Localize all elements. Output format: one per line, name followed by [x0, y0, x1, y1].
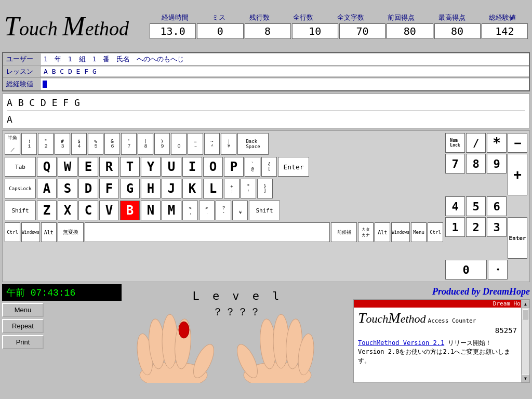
key-w[interactable]: W [58, 157, 77, 177]
key-alt-left[interactable]: Alt [41, 222, 57, 242]
label-total-chars: 全文字数 [337, 13, 364, 22]
scroll-up-button[interactable]: ▲ [522, 300, 529, 308]
key-8[interactable]: (８ [138, 133, 153, 155]
key-menu[interactable]: Menu [411, 222, 427, 242]
key-t[interactable]: T [120, 157, 140, 177]
key-num-plus[interactable]: + [508, 154, 527, 195]
key-num-6[interactable]: 6 [487, 196, 507, 216]
key-a[interactable]: A [37, 179, 57, 198]
key-r[interactable]: R [99, 157, 119, 177]
key-d[interactable]: D [78, 179, 98, 198]
version-link[interactable]: TouchMethod Version 2.1 [358, 339, 444, 347]
key-ctrl-left[interactable]: Ctrl [5, 222, 20, 242]
menu-button[interactable]: Menu [2, 303, 44, 317]
key-z[interactable]: Z [37, 201, 57, 220]
key-katakana[interactable]: カタカナ [358, 222, 374, 242]
key-2[interactable]: "２ [38, 133, 54, 155]
key-windows-right[interactable]: Windows [391, 222, 410, 242]
numpad-section: NumLock / * － 7 8 9 + 4 5 6 1 2 3 [445, 133, 527, 280]
key-s[interactable]: S [58, 179, 77, 198]
scrollbar[interactable]: ▲ ▼ [521, 300, 529, 382]
key-numlock[interactable]: NumLock [445, 133, 465, 153]
key-n[interactable]: N [141, 201, 161, 220]
key-f[interactable]: F [99, 179, 119, 198]
key-o[interactable]: O [203, 157, 223, 177]
key-4[interactable]: $４ [71, 133, 87, 155]
key-num-minus[interactable]: － [508, 133, 527, 153]
key-muhenkan[interactable]: 無変換 [58, 222, 84, 242]
key-colon[interactable]: *： [241, 179, 256, 198]
key-num-enter[interactable]: Enter [508, 217, 527, 259]
key-num-star[interactable]: * [487, 133, 507, 153]
key-comma[interactable]: <， [182, 201, 198, 220]
key-x[interactable]: X [58, 201, 77, 220]
key-num-4[interactable]: 4 [445, 196, 465, 216]
key-minus[interactable]: =－ [188, 133, 203, 155]
key-g[interactable]: G [120, 179, 140, 198]
key-i[interactable]: I [182, 157, 202, 177]
key-maekouho[interactable]: 前候補 [331, 222, 357, 242]
stat-prev-score: 80 [387, 23, 433, 39]
logo-ouch: ouch [19, 18, 62, 39]
key-hankaku[interactable]: 半角／ [5, 133, 20, 155]
key-tab[interactable]: Tab [5, 157, 36, 177]
key-3[interactable]: #３ [55, 133, 70, 155]
key-p[interactable]: P [224, 157, 244, 177]
key-u[interactable]: U [162, 157, 181, 177]
key-num-0[interactable]: 0 [445, 260, 487, 280]
key-shift-left[interactable]: Shift [5, 201, 36, 220]
key-m[interactable]: M [162, 201, 181, 220]
print-button[interactable]: Print [2, 335, 44, 349]
repeat-button[interactable]: Repeat [2, 319, 44, 333]
key-caret[interactable]: ~＾ [204, 133, 220, 155]
key-enter[interactable]: Enter [278, 157, 309, 177]
key-1[interactable]: ！１ [21, 133, 37, 155]
key-j[interactable]: J [162, 179, 181, 198]
text-display-area: A B C D E F G A [2, 94, 530, 128]
key-y[interactable]: Y [141, 157, 161, 177]
scroll-thumb[interactable] [523, 309, 528, 320]
key-k[interactable]: K [182, 179, 202, 198]
key-windows-left[interactable]: Windows [21, 222, 40, 242]
key-5[interactable]: %５ [88, 133, 103, 155]
key-bracket-close[interactable]: }] [257, 179, 273, 198]
key-backspace[interactable]: BackSpace [237, 133, 269, 155]
key-capslock[interactable]: CapsLock [5, 179, 36, 198]
key-num-5[interactable]: 5 [466, 196, 486, 216]
key-num-slash[interactable]: / [466, 133, 486, 153]
key-slash[interactable]: ？・ [216, 201, 231, 220]
key-space[interactable] [85, 222, 330, 242]
key-l[interactable]: L [203, 179, 223, 198]
key-num-8[interactable]: 8 [466, 154, 486, 174]
key-ctrl-right[interactable]: Ctrl [428, 222, 443, 242]
key-backslash[interactable]: ￥ [232, 201, 248, 220]
key-0[interactable]: ０ [171, 133, 187, 155]
scroll-down-button[interactable]: ▼ [522, 374, 529, 382]
key-bracket-open[interactable]: {[ [261, 157, 277, 177]
key-v[interactable]: V [99, 201, 119, 220]
key-period[interactable]: >． [199, 201, 215, 220]
key-alt-right[interactable]: Alt [375, 222, 390, 242]
key-num-9[interactable]: 9 [487, 154, 507, 174]
key-9[interactable]: )９ [154, 133, 170, 155]
stat-high-score: 80 [434, 23, 481, 39]
key-6[interactable]: &６ [104, 133, 120, 155]
key-h[interactable]: H [141, 179, 161, 198]
key-7[interactable]: '７ [121, 133, 137, 155]
key-e[interactable]: E [78, 157, 98, 177]
logo-t: T [4, 11, 19, 41]
key-shift-right[interactable]: Shift [249, 201, 280, 220]
key-yen[interactable]: ｜￥ [221, 133, 236, 155]
key-q[interactable]: Q [37, 157, 57, 177]
key-c[interactable]: C [78, 201, 98, 220]
key-at[interactable]: `@ [245, 157, 260, 177]
key-num-1[interactable]: 1 [445, 217, 465, 237]
key-num-3[interactable]: 3 [487, 217, 507, 237]
exp-label: 総経験値 [3, 78, 41, 90]
key-num-dot[interactable]: ・ [488, 260, 508, 280]
key-semicolon[interactable]: +； [224, 179, 240, 198]
key-b[interactable]: B [120, 201, 140, 220]
key-num-7[interactable]: 7 [445, 154, 465, 174]
hands-area: L e v e l ？？？？ [122, 284, 353, 383]
key-num-2[interactable]: 2 [466, 217, 486, 237]
